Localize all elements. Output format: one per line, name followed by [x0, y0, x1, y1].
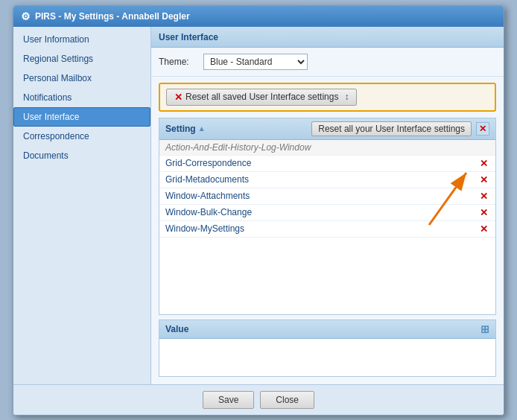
- settings-rows: Action-And-Edit-History-Log-Window Grid-…: [159, 140, 495, 238]
- value-section: Value ⊞: [159, 319, 496, 377]
- table-row[interactable]: Window-Bulk-Change ✕: [159, 205, 495, 221]
- theme-row: Theme: Blue - Standard: [151, 48, 504, 77]
- column-actions: Reset all your User Interface settings ✕: [311, 121, 489, 136]
- dialog-title: PIRS - My Settings - Annabell Degler: [35, 11, 190, 22]
- sidebar-item-documents[interactable]: Documents: [13, 146, 150, 165]
- table-row[interactable]: Action-And-Edit-History-Log-Window: [159, 140, 495, 156]
- value-body: [159, 339, 495, 376]
- delete-row-icon[interactable]: ✕: [478, 158, 489, 169]
- delete-all-icon[interactable]: ✕: [476, 122, 489, 136]
- table-row[interactable]: Window-MySettings ✕: [159, 221, 495, 238]
- main-content: User Interface Theme: Blue - Standard ✕ …: [151, 27, 504, 384]
- x-icon: ✕: [174, 92, 183, 103]
- gear-icon: ⚙: [21, 10, 31, 22]
- sidebar: User Information Regional Settings Perso…: [13, 27, 151, 384]
- delete-row-icon[interactable]: ✕: [478, 191, 489, 202]
- table-row[interactable]: Window-Attachments ✕: [159, 188, 495, 205]
- section-header: User Interface: [151, 27, 504, 48]
- delete-row-icon[interactable]: ✕: [478, 207, 489, 218]
- value-header: Value ⊞: [159, 320, 495, 339]
- sidebar-item-user-information[interactable]: User Information: [13, 30, 150, 49]
- sidebar-item-regional-settings[interactable]: Regional Settings: [13, 49, 150, 69]
- theme-label: Theme:: [159, 57, 196, 67]
- delete-row-icon[interactable]: ✕: [478, 174, 489, 185]
- main-dialog: ⚙ PIRS - My Settings - Annabell Degler U…: [13, 5, 504, 416]
- settings-table-header: Setting ▲ Reset all your User Interface …: [159, 118, 495, 140]
- sidebar-item-user-interface[interactable]: User Interface: [13, 107, 150, 127]
- table-row[interactable]: Grid-Metadocuments ✕: [159, 172, 495, 188]
- table-row[interactable]: Grid-Correspondence ✕: [159, 156, 495, 172]
- dialog-footer: Save Close: [13, 384, 504, 415]
- save-button[interactable]: Save: [203, 391, 254, 409]
- sort-indicator[interactable]: ▲: [198, 124, 206, 133]
- sidebar-item-notifications[interactable]: Notifications: [13, 88, 150, 107]
- sidebar-item-correspondence[interactable]: Correspondence: [13, 127, 150, 146]
- theme-select[interactable]: Blue - Standard: [203, 54, 308, 70]
- settings-table: Setting ▲ Reset all your User Interface …: [159, 118, 496, 315]
- expand-icon[interactable]: ⊞: [480, 323, 489, 335]
- sidebar-item-personal-mailbox[interactable]: Personal Mailbox: [13, 69, 150, 88]
- reset-all-button[interactable]: Reset all your User Interface settings: [311, 121, 472, 136]
- main-area: Theme: Blue - Standard ✕ Reset all saved…: [151, 48, 504, 384]
- delete-row-icon[interactable]: ✕: [478, 223, 489, 235]
- close-button[interactable]: Close: [260, 391, 314, 409]
- cursor-indicator: ↕: [344, 92, 349, 102]
- dialog-body: User Information Regional Settings Perso…: [13, 27, 504, 384]
- reset-saved-button[interactable]: ✕ Reset all saved User Interface setting…: [166, 89, 357, 106]
- title-bar: ⚙ PIRS - My Settings - Annabell Degler: [13, 6, 504, 27]
- column-setting-header: Setting ▲: [165, 124, 311, 134]
- reset-box: ✕ Reset all saved User Interface setting…: [159, 83, 496, 112]
